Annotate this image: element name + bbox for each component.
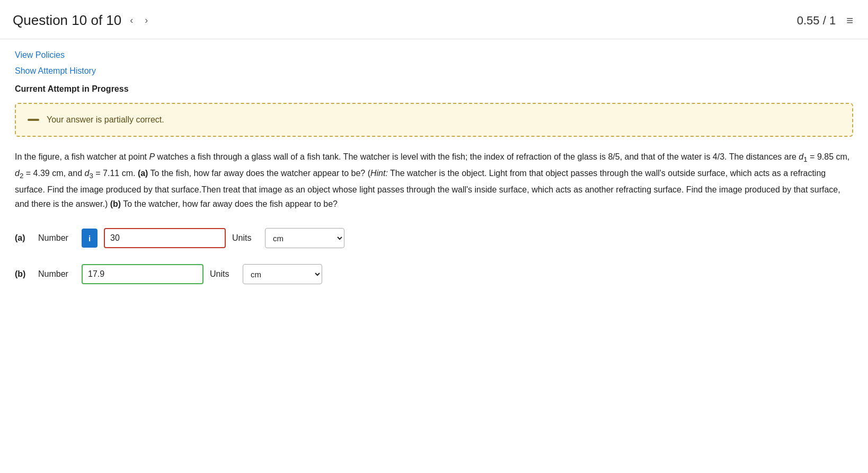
part-b-number-input[interactable] xyxy=(82,264,203,284)
d2-sub: 2 xyxy=(20,172,23,180)
hint-label: Hint: xyxy=(370,169,388,178)
partial-text: Your answer is partially correct. xyxy=(47,113,164,126)
d2-text: d xyxy=(15,169,20,178)
part-b-row: (b) Number Units cm m mm xyxy=(15,264,853,284)
part-b-ref: (b) xyxy=(110,199,121,208)
d1-sub: 1 xyxy=(803,155,807,163)
main-container: Question 10 of 10 ‹ › 0.55 / 1 ≡ View Po… xyxy=(0,0,868,473)
part-b-label: (b) xyxy=(15,268,32,281)
part-a-info-button[interactable]: i xyxy=(82,229,98,248)
score-label: 0.55 / 1 xyxy=(797,12,836,29)
prev-button[interactable]: ‹ xyxy=(127,13,136,28)
content-area: View Policies Show Attempt History Curre… xyxy=(0,39,868,315)
part-b-units-label: Units xyxy=(210,268,236,281)
d3-sub: 3 xyxy=(89,172,93,180)
d1-text: d xyxy=(799,152,803,161)
minus-icon xyxy=(28,119,39,121)
partial-correct-box: Your answer is partially correct. xyxy=(15,103,853,137)
part-a-row: (a) Number i Units cm m mm xyxy=(15,228,853,248)
header-right: 0.55 / 1 ≡ xyxy=(797,10,855,31)
header-left: Question 10 of 10 ‹ › xyxy=(13,10,151,31)
question-text: In the figure, a fish watcher at point P… xyxy=(15,150,853,211)
view-policies-link[interactable]: View Policies xyxy=(15,49,853,62)
part-a-units-select[interactable]: cm m mm xyxy=(265,228,344,248)
next-button[interactable]: › xyxy=(141,13,151,28)
part-a-label: (a) xyxy=(15,232,32,244)
part-a-number-label: Number xyxy=(38,232,75,244)
menu-icon[interactable]: ≡ xyxy=(844,10,855,31)
part-b-number-label: Number xyxy=(38,268,75,281)
point-p: P xyxy=(149,152,155,161)
header: Question 10 of 10 ‹ › 0.55 / 1 ≡ xyxy=(0,0,868,39)
current-attempt-label: Current Attempt in Progress xyxy=(15,83,853,95)
part-a-ref: (a) xyxy=(138,169,148,178)
question-label: Question 10 of 10 xyxy=(13,10,121,31)
part-a-units-label: Units xyxy=(232,232,259,244)
show-attempt-link[interactable]: Show Attempt History xyxy=(15,65,853,77)
part-b-units-select[interactable]: cm m mm xyxy=(243,264,322,284)
part-a-number-input[interactable] xyxy=(104,228,226,248)
